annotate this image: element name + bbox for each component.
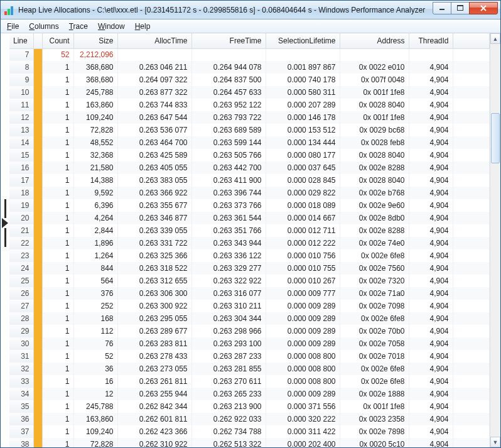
table-row[interactable]: 2112,8440.263 339 0550.263 351 7660.000 … <box>9 224 490 237</box>
cell-sel: 0.000 153 512 <box>266 124 340 136</box>
col-header-pad[interactable] <box>453 33 490 48</box>
table-row[interactable]: 16121,5800.263 405 0550.263 442 7000.000… <box>9 161 490 174</box>
table-row[interactable]: 351245,7880.262 842 3440.263 213 9000.00… <box>9 400 490 413</box>
cell-addr: 0x 002e 6fe8 <box>340 375 409 388</box>
table-row[interactable]: 111163,8600.263 744 8330.263 952 1220.00… <box>9 99 490 111</box>
cell-sel: 0.000 018 089 <box>266 199 340 212</box>
table-row[interactable]: 321360.263 273 0550.263 281 8550.000 008… <box>9 363 490 375</box>
table-row[interactable]: 301760.263 283 8110.263 293 1000.000 009… <box>9 337 490 350</box>
cell-free: 0.263 298 966 <box>191 325 266 337</box>
table-row[interactable]: 311520.263 278 4330.263 287 2330.000 008… <box>9 350 490 363</box>
table-row[interactable]: 38172,8280.262 310 9220.262 513 3220.000… <box>9 438 490 447</box>
table-row[interactable]: 371109,2400.262 423 3660.262 734 7880.00… <box>9 425 490 438</box>
cell-count: 1 <box>42 300 73 312</box>
table-row[interactable]: 2515640.263 312 6550.263 322 9220.000 01… <box>9 275 490 287</box>
cell-count: 1 <box>42 275 73 287</box>
col-header-thread[interactable]: ThreadId <box>409 33 453 48</box>
cell-free: 0.263 793 722 <box>191 111 266 124</box>
cell-count: 1 <box>42 325 73 337</box>
table-row[interactable]: 341120.263 255 9440.263 265 2330.000 009… <box>9 388 490 400</box>
scroll-down-button[interactable]: ▼ <box>490 437 500 447</box>
cell-thread: 4,904 <box>409 212 453 224</box>
table-row[interactable]: 1916,3960.263 355 6770.263 373 7660.000 … <box>9 199 490 212</box>
table-row[interactable]: 331160.263 261 8110.263 270 6110.000 008… <box>9 375 490 388</box>
table-row[interactable]: 15132,3680.263 425 5890.263 505 7660.000… <box>9 149 490 161</box>
col-header-size[interactable]: Size <box>73 33 117 48</box>
cell-count: 1 <box>42 61 73 74</box>
menu-window[interactable]: Window <box>94 21 129 31</box>
cell-count: 1 <box>42 438 73 447</box>
cell-sel: 0.000 012 711 <box>266 224 340 237</box>
cell-thread: 4,904 <box>409 388 453 400</box>
scroll-track[interactable] <box>490 44 500 437</box>
cell-line: 38 <box>9 438 33 447</box>
minimize-button[interactable] <box>433 2 451 14</box>
cell-alloc: 0.263 289 677 <box>117 325 191 337</box>
cell-line: 13 <box>9 124 33 136</box>
cell-sel: 0.000 010 755 <box>266 262 340 275</box>
cell-free: 0.263 689 589 <box>191 124 266 136</box>
maximize-button[interactable] <box>451 2 470 14</box>
cell-sel: 0.000 008 800 <box>266 375 340 388</box>
table-row[interactable]: 101245,7880.263 877 3220.264 457 6330.00… <box>9 86 490 99</box>
cell-alloc: 0.263 306 300 <box>117 287 191 300</box>
table-row[interactable]: 1819,5920.263 366 9220.263 396 7440.000 … <box>9 187 490 199</box>
table-row[interactable]: 2911120.263 289 6770.263 298 9660.000 00… <box>9 325 490 337</box>
table-row[interactable]: 2014,2640.263 346 8770.263 361 5440.000 … <box>9 212 490 224</box>
cell-sel: 0.000 008 800 <box>266 363 340 375</box>
menu-help[interactable]: Help <box>131 21 154 31</box>
cell-alloc: 0.263 536 077 <box>117 124 191 136</box>
table-row[interactable]: 121109,2400.263 647 5440.263 793 7220.00… <box>9 111 490 124</box>
table-row[interactable]: 14148,5520.263 464 7000.263 599 1440.000… <box>9 136 490 149</box>
table-row[interactable]: 361163,8600.262 601 8110.262 922 0330.00… <box>9 413 490 425</box>
cell-line: 10 <box>9 86 33 99</box>
table-row[interactable]: 2811680.263 295 0550.263 304 3440.000 00… <box>9 312 490 325</box>
cell-thread: 4,904 <box>409 425 453 438</box>
cell-pad <box>453 375 490 388</box>
cell-thread: 4,904 <box>409 161 453 174</box>
cell-addr: 0x 0028 feb8 <box>340 136 409 149</box>
table-row[interactable]: 2712520.263 300 9220.263 310 2110.000 00… <box>9 300 490 312</box>
vertical-scrollbar[interactable]: ▲ ▼ <box>490 33 500 447</box>
table-row[interactable]: 2613760.263 306 3000.263 316 0770.000 00… <box>9 287 490 300</box>
table-row[interactable]: 2211,8960.263 331 7220.263 343 9440.000 … <box>9 237 490 249</box>
table-row[interactable]: 2418440.263 318 5220.263 329 2770.000 01… <box>9 262 490 275</box>
cell-alloc: 0.263 295 055 <box>117 312 191 325</box>
cell-count: 1 <box>42 413 73 425</box>
menu-trace[interactable]: Trace <box>65 21 92 31</box>
cell-sel: 0.000 080 177 <box>266 149 340 161</box>
col-header-line[interactable]: Line <box>9 33 33 48</box>
table-row[interactable]: 17114,3880.263 383 0550.263 411 9000.000… <box>9 174 490 187</box>
titlebar[interactable]: Heap Live Allocations - C:\etl\xxx.etl -… <box>1 1 500 19</box>
table-row[interactable]: 91368,6800.264 097 3220.264 837 5000.000… <box>9 74 490 86</box>
cell-marker <box>33 388 42 400</box>
cell-sel: 0.000 311 422 <box>266 425 340 438</box>
cell-thread: 4,904 <box>409 363 453 375</box>
table-row[interactable]: 13172,8280.263 536 0770.263 689 5890.000… <box>9 124 490 136</box>
close-button[interactable] <box>469 2 498 14</box>
col-header-marker[interactable] <box>33 33 42 48</box>
cell-addr: 0x 002e 6fe8 <box>340 363 409 375</box>
menu-file[interactable]: File <box>3 21 23 31</box>
cell-size: 368,680 <box>73 74 117 86</box>
cell-pad <box>453 363 490 375</box>
col-header-sel[interactable]: SelectionLifetime <box>266 33 340 48</box>
table-row[interactable]: 81368,6800.263 046 2110.264 944 0780.001… <box>9 61 490 74</box>
cell-free: 0.263 336 122 <box>191 249 266 262</box>
scroll-thumb[interactable] <box>491 113 500 163</box>
data-grid[interactable]: Line Count Size AllocTime FreeTime Selec… <box>9 33 490 447</box>
col-header-alloc[interactable]: AllocTime <box>117 33 191 48</box>
col-header-count[interactable]: Count <box>42 33 73 48</box>
col-header-free[interactable]: FreeTime <box>191 33 266 48</box>
window-title: Heap Live Allocations - C:\etl\xxx.etl -… <box>18 6 433 14</box>
cell-size: 72,828 <box>73 124 117 136</box>
cell-free: 0.263 411 900 <box>191 174 266 187</box>
col-header-addr[interactable]: Address <box>340 33 409 48</box>
menu-columns[interactable]: Columns <box>25 21 62 31</box>
table-row[interactable]: 7522,212,096 <box>9 48 490 61</box>
cell-line: 33 <box>9 375 33 388</box>
cell-free: 0.263 310 211 <box>191 300 266 312</box>
scroll-up-button[interactable]: ▲ <box>490 33 500 44</box>
table-row[interactable]: 2311,2640.263 325 3660.263 336 1220.000 … <box>9 249 490 262</box>
cell-sel <box>266 48 340 61</box>
